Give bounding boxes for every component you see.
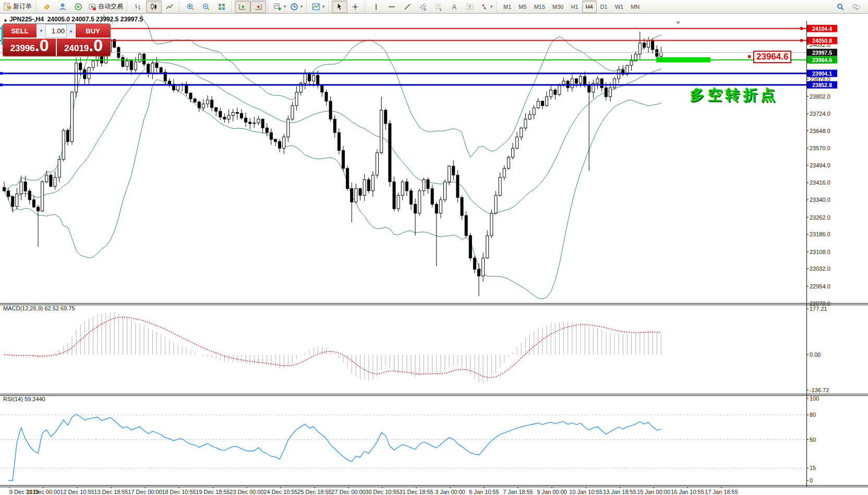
highlight-level-bar [656,57,710,63]
timeframe-m1-button[interactable]: M1 [500,1,515,13]
macd-axis-label: 177.21 [810,306,827,312]
bar-chart-icon [134,3,142,11]
timeframe-mn-button[interactable]: MN [627,1,643,13]
search-button[interactable] [833,1,848,13]
arrows-dropdown-icon[interactable]: ▾ [490,4,492,9]
price-badge-label: 24050.8 [812,38,832,44]
timeframe-h4-button[interactable]: H4 [582,1,597,13]
auto-trading-button[interactable]: 自动交易 [86,1,125,13]
sell-price-frac: .0 [35,39,49,52]
arrows-button[interactable]: ▾ [478,1,495,13]
svg-text:A: A [452,3,456,10]
profile-button[interactable] [55,1,70,13]
timeframe-h1-button[interactable]: H1 [567,1,582,13]
volume-input[interactable] [45,24,67,38]
time-axis-label: 12 Dec 10:55 [60,489,94,495]
rsi-axis-label: 0 [810,477,813,484]
price-axis-tick-label: 23802.0 [810,93,830,100]
trendline-button[interactable] [400,1,415,13]
auto-trading-icon [88,3,97,11]
svg-text:E: E [424,8,426,11]
trading-terminal-window: 新订单自动交易▾▾▾EFAT▾M1M5M15M30H1H4D1W1MN 177.… [0,0,868,495]
text-button[interactable]: A [447,1,462,13]
price-level-flag[interactable]: 23964.6 [753,51,791,63]
time-axis-label: 18 Dec 10:55 [162,489,196,495]
buy-price-display[interactable]: 24019 .0 [57,39,110,56]
chat-icon [852,3,860,11]
new-chart-dropdown-icon[interactable]: ▾ [284,4,286,9]
indicators-dropdown-icon[interactable]: ▾ [322,4,324,9]
toolbar-separator [268,2,270,12]
trendline-icon [403,3,412,11]
indicators-icon [312,3,320,11]
price-axis-tick-label: 23032.0 [810,265,830,272]
timeframe-w1-button[interactable]: W1 [611,1,628,13]
time-axis-label: 16 Jan 10:55 [671,489,704,495]
line-chart-button[interactable] [162,1,177,13]
candlestick-button[interactable] [146,1,162,13]
chart-symbol: JPN225-,H4 [9,16,44,23]
macd-signal-line [4,317,661,378]
chat-button[interactable] [848,1,864,13]
bar-chart-button[interactable] [130,1,146,13]
price-axis-tick-label: 22954.0 [810,283,830,289]
cursor-icon [335,3,344,11]
time-axis-label: 9 Jan 00:00 [537,489,567,495]
auto-scroll-icon [238,3,247,11]
tile-windows-icon [218,3,226,11]
new-chart-button[interactable]: ▾ [271,1,288,13]
new-order-button[interactable]: 新订单 [1,1,34,13]
cursor-button[interactable] [332,1,347,13]
sell-price-display[interactable]: 23996 .0 [3,39,57,56]
price-axis-tick-label: 23416.0 [810,179,830,186]
zoom-in-icon [186,3,195,11]
eraser-button[interactable] [39,1,55,13]
fibonacci-button[interactable]: F [431,1,447,13]
timeframe-m30-button[interactable]: M30 [549,1,567,13]
rsi-axis-label: 50 [810,437,816,443]
profile-icon [58,3,67,11]
eraser-icon [43,3,51,11]
time-axis-label: 31 Dec 18:55 [399,489,433,495]
period-dropdown-icon[interactable]: ▾ [300,4,303,9]
line-end-handle [800,39,803,42]
vertical-line-button[interactable] [368,1,384,13]
channel-icon: E [419,3,427,11]
volume-increase-button[interactable]: ▲ [67,24,75,38]
main-toolbar: 新订单自动交易▾▾▾EFAT▾M1M5M15M30H1H4D1W1MN [0,0,868,14]
timeframe-m5-button[interactable]: M5 [515,1,530,13]
text-label-button[interactable]: T [462,1,478,13]
auto-scroll-button[interactable] [235,1,250,13]
alerts-button[interactable] [70,1,86,13]
horizontal-line-button[interactable] [384,1,400,13]
chart-shift-button[interactable] [250,1,266,13]
indicators-button[interactable]: ▾ [310,1,327,13]
macd-name: MACD(12,26,9) [3,305,43,311]
new-order-label: 新订单 [13,2,32,11]
price-flag-handle[interactable] [748,55,751,58]
period-button[interactable]: ▾ [288,1,305,13]
sell-button[interactable]: SELL [3,24,37,38]
price-axis-tick-label: 23186.0 [810,231,830,237]
one-click-trading-panel: SELL ▼ ▲ BUY 23996 .0 24019 .0 [3,23,111,56]
tile-windows-button[interactable] [214,1,230,13]
time-axis-label: 30 Dec 10:55 [365,489,399,495]
price-axis-tick-label: 23108.0 [810,249,830,255]
toolbar-separator [365,2,367,12]
time-axis-label: 10 Jan 10:55 [569,489,602,495]
price-badge-label: 23964.6 [812,57,832,63]
timeframe-d1-button[interactable]: D1 [597,1,611,13]
channel-button[interactable]: E [415,1,431,13]
macd-axis-label: 0.00 [810,352,821,358]
buy-price-frac: .0 [89,39,103,52]
price-badge-label: 23904.1 [812,70,832,77]
zoom-in-button[interactable] [183,1,198,13]
price-axis-tick-label: 23648.0 [810,128,830,134]
crosshair-button[interactable] [347,1,363,13]
macd-axis-label: -136.72 [810,387,829,393]
timeframe-m15-button[interactable]: M15 [531,1,549,13]
zoom-out-button[interactable] [198,1,214,13]
price-axis-tick-label: 23570.0 [810,145,830,151]
bollinger-lower-band [4,79,661,298]
rsi-axis-label: 15 [810,465,816,471]
